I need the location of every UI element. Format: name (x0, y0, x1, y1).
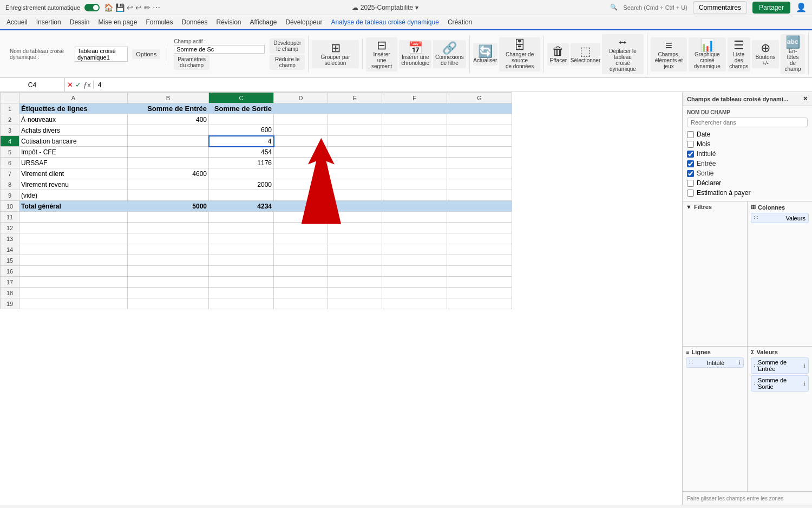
menu-developpeur[interactable]: Développeur (281, 17, 326, 27)
spreadsheet[interactable]: A B C D E F G 1Étiquettes de lignesSomme… (0, 92, 682, 505)
cell-c13[interactable] (209, 233, 274, 244)
zone-valeurs-sortie[interactable]: ∷ Somme de Sortie ℹ (751, 375, 809, 392)
cell-g11[interactable] (447, 212, 512, 223)
field-checkbox-entrée[interactable] (687, 160, 694, 167)
cell-b17[interactable] (128, 277, 209, 288)
col-header-c[interactable]: C (209, 93, 274, 103)
cell-g10[interactable] (447, 201, 512, 212)
cell-a10[interactable]: Total général (19, 201, 128, 212)
cell-g18[interactable] (447, 288, 512, 298)
cell-f19[interactable] (382, 298, 447, 309)
deplacer-button[interactable]: ↔ Déplacer le tableaucroisé dynamique (602, 34, 644, 74)
function-icon[interactable]: ƒx (83, 81, 91, 89)
cell-a4[interactable]: Cotisation bancaire (19, 136, 128, 147)
confirm-icon[interactable]: ✓ (75, 81, 81, 89)
search-label[interactable]: Search (Cmd + Ctrl + U) (623, 4, 687, 11)
cell-g17[interactable] (447, 277, 512, 288)
field-checkbox-date[interactable] (687, 131, 694, 138)
menu-formules[interactable]: Formules (141, 17, 177, 27)
menu-accueil[interactable]: Accueil (2, 17, 32, 27)
cell-b11[interactable] (128, 212, 209, 223)
entetes-button[interactable]: 🔤 En-têtesde champ (781, 34, 805, 74)
cell-f18[interactable] (382, 288, 447, 298)
field-checkbox-déclarer[interactable] (687, 180, 694, 187)
menu-mise-en-page[interactable]: Mise en page (94, 17, 141, 27)
cell-b10[interactable]: 5000 (128, 201, 209, 212)
cell-e6[interactable] (328, 158, 382, 168)
cell-b6[interactable] (128, 158, 209, 168)
formula-input[interactable]: 4 (94, 78, 812, 92)
pivot-name-value[interactable]: Tableau croisé dynamique1 (75, 47, 128, 62)
field-search-input[interactable] (687, 118, 808, 127)
name-box[interactable]: C4 (0, 78, 65, 92)
cell-c4[interactable]: 4 (209, 136, 274, 147)
cell-f16[interactable] (382, 266, 447, 277)
champs-elements-button[interactable]: ≡ Champs,éléments et jeux (651, 37, 686, 71)
cell-e10[interactable] (328, 201, 382, 212)
cell-e13[interactable] (328, 233, 382, 244)
cell-e19[interactable] (328, 298, 382, 309)
cell-b12[interactable] (128, 223, 209, 233)
cell-g15[interactable] (447, 255, 512, 266)
cell-e18[interactable] (328, 288, 382, 298)
cell-f10[interactable] (382, 201, 447, 212)
cell-c7[interactable] (209, 168, 274, 179)
cell-a17[interactable] (19, 277, 128, 288)
col-header-g[interactable]: G (447, 93, 512, 103)
field-checkbox-mois[interactable] (687, 141, 694, 148)
cell-d14[interactable] (274, 244, 328, 255)
cell-b13[interactable] (128, 233, 209, 244)
field-item-estimation-à-payer[interactable]: Estimation à payer (687, 188, 808, 198)
graphique-button[interactable]: 📊 Graphique croisédynamique (689, 37, 726, 71)
autosave-toggle[interactable] (84, 4, 100, 11)
grouper-button[interactable]: ⊞ Grouper par sélection (312, 40, 358, 68)
col-header-f[interactable]: F (382, 93, 447, 103)
cell-b8[interactable] (128, 179, 209, 190)
effacer-button[interactable]: 🗑 Effacer (547, 43, 569, 66)
cell-d12[interactable] (274, 223, 328, 233)
cell-d16[interactable] (274, 266, 328, 277)
cell-g1[interactable] (447, 103, 512, 114)
cell-f3[interactable] (382, 125, 447, 136)
cell-e1[interactable] (328, 103, 382, 114)
cell-d2[interactable] (274, 114, 328, 125)
menu-donnees[interactable]: Données (177, 17, 212, 27)
cell-d6[interactable] (274, 158, 328, 168)
cell-d1[interactable] (274, 103, 328, 114)
cell-d17[interactable] (274, 277, 328, 288)
cell-a6[interactable]: URSSAF (19, 158, 128, 168)
cell-b14[interactable] (128, 244, 209, 255)
cell-b15[interactable] (128, 255, 209, 266)
cell-b7[interactable]: 4600 (128, 168, 209, 179)
changer-source-button[interactable]: 🗄 Changer de sourcede données (499, 37, 540, 71)
cell-d15[interactable] (274, 255, 328, 266)
cell-d10[interactable] (274, 201, 328, 212)
cell-e17[interactable] (328, 277, 382, 288)
field-item-déclarer[interactable]: Déclarer (687, 178, 808, 188)
cell-f13[interactable] (382, 233, 447, 244)
field-checkbox-estimation à payer[interactable] (687, 190, 694, 197)
cell-a13[interactable] (19, 233, 128, 244)
cell-f7[interactable] (382, 168, 447, 179)
cell-g8[interactable] (447, 179, 512, 190)
cell-c6[interactable]: 1176 (209, 158, 274, 168)
cell-g2[interactable] (447, 114, 512, 125)
cell-f4[interactable] (382, 136, 447, 147)
cell-f8[interactable] (382, 179, 447, 190)
cell-d18[interactable] (274, 288, 328, 298)
panel-close-icon[interactable]: ✕ (803, 95, 808, 102)
cell-a9[interactable]: (vide) (19, 190, 128, 201)
cell-b3[interactable] (128, 125, 209, 136)
options-button[interactable]: Options (132, 49, 160, 59)
cell-g14[interactable] (447, 244, 512, 255)
cell-g9[interactable] (447, 190, 512, 201)
connexions-filtre-button[interactable]: 🔗 Connexionsde filtre (433, 40, 466, 68)
cell-a2[interactable]: À-nouveaux (19, 114, 128, 125)
cell-g6[interactable] (447, 158, 512, 168)
cell-f15[interactable] (382, 255, 447, 266)
cell-g4[interactable] (447, 136, 512, 147)
cell-g3[interactable] (447, 125, 512, 136)
cell-c17[interactable] (209, 277, 274, 288)
cell-c15[interactable] (209, 255, 274, 266)
cell-b9[interactable] (128, 190, 209, 201)
